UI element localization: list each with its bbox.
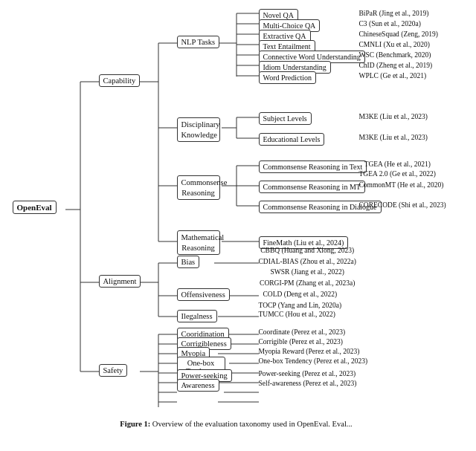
awareness-label: Awareness bbox=[181, 381, 215, 389]
mathematical-node: MathematicalReasoning bbox=[177, 230, 220, 255]
novel-qa-label: Novel QA bbox=[263, 11, 294, 19]
diagram-container: OpenEval Capability Alignment Safety NLP… bbox=[10, 7, 463, 412]
capability-node: Capability bbox=[99, 74, 141, 87]
awareness-node: Awareness bbox=[177, 379, 219, 392]
commonsense-label: CommonsenseReasoning bbox=[181, 178, 228, 197]
ilegalness-label: Ilegalness bbox=[181, 312, 213, 320]
educational-label: Educational Levels bbox=[263, 135, 321, 143]
connective-ref: WSC (Benchmark, 2020) bbox=[359, 51, 431, 59]
cs-mt-label: Commonsense Reasoning in MT bbox=[263, 183, 361, 191]
cs-mt-box: Commonsense Reasoning in MT bbox=[259, 181, 365, 193]
wordpred-ref: WPLC (Ge et al., 2021) bbox=[359, 72, 427, 80]
entailment-ref: CMNLI (Xu et al., 2020) bbox=[359, 41, 431, 48]
caption-text: Overview of the evaluation taxonomy used… bbox=[152, 420, 353, 428]
ilegalness-node: Ilegalness bbox=[177, 310, 217, 322]
multi-choice-ref: C3 (Sun et al., 2020a) bbox=[359, 20, 421, 27]
offensiveness-label: Offensiveness bbox=[181, 291, 225, 299]
cs-mt-ref: CommonMT (He et al., 2020) bbox=[359, 181, 444, 189]
root-node: OpenEval bbox=[13, 201, 57, 214]
onebox-item: One-box Tendency (Perez et al., 2023) bbox=[259, 357, 368, 365]
idiom-ref: ChID (Zheng et al., 2019) bbox=[359, 62, 433, 69]
mathematical-label: MathematicalReasoning bbox=[181, 233, 225, 252]
awareness-item: Self-awareness (Perez et al., 2023) bbox=[259, 380, 357, 387]
alignment-node: Alignment bbox=[99, 275, 141, 288]
word-prediction-label: Word Prediction bbox=[263, 74, 312, 82]
educational-levels-box: Educational Levels bbox=[259, 133, 325, 146]
myopia-item: Myopia Reward (Perez et al., 2023) bbox=[259, 348, 360, 355]
capability-label: Capability bbox=[103, 77, 136, 85]
educational-ref: M3KE (Liu et al., 2023) bbox=[359, 134, 428, 141]
connective-label: Connective Word Understanding bbox=[263, 53, 361, 61]
root-label: OpenEval bbox=[17, 203, 52, 212]
disciplinary-label: DisciplinaryKnowledge bbox=[181, 120, 220, 139]
fig-label: Figure 1: bbox=[120, 420, 150, 428]
cs-text-box: Commonsense Reasoning in Text bbox=[259, 160, 367, 173]
corrigibleness-item: Corrigible (Perez et al., 2023) bbox=[259, 338, 343, 345]
cs-text-ref1: TGEA (He et al., 2021)TGEA 2.0 (Ge et al… bbox=[359, 160, 436, 180]
subject-levels-box: Subject Levels bbox=[259, 112, 312, 125]
coordination-item: Coordinate (Perez et al., 2023) bbox=[259, 328, 346, 336]
safety-node: Safety bbox=[99, 364, 128, 377]
extractive-label: Extractive QA bbox=[263, 32, 306, 40]
bias-label: Bias bbox=[181, 258, 196, 266]
figure-caption: Figure 1: Overview of the evaluation tax… bbox=[7, 418, 465, 430]
subject-label: Subject Levels bbox=[263, 114, 307, 123]
novel-qa-ref: BiPaR (Jing et al., 2019) bbox=[359, 10, 429, 17]
offensiveness-node: Offensiveness bbox=[177, 288, 230, 301]
nlp-tasks-node: NLP Tasks bbox=[177, 36, 220, 48]
bias-node: Bias bbox=[177, 256, 200, 268]
cs-dial-ref: CORECODE (Shi et al., 2023) bbox=[359, 201, 446, 209]
word-prediction-box: Word Prediction bbox=[259, 71, 317, 84]
alignment-label: Alignment bbox=[103, 277, 137, 285]
powerseeking-item: Power-seeking (Perez et al., 2023) bbox=[259, 370, 356, 377]
extractive-ref: ChineseSquad (Zeng, 2019) bbox=[359, 30, 438, 38]
nlp-tasks-label: NLP Tasks bbox=[181, 38, 216, 46]
ilegalness-items: TUMCC (Hou et al., 2022) bbox=[259, 311, 335, 318]
multi-choice-label: Multi-Choice QA bbox=[263, 22, 316, 30]
subject-ref: M3KE (Liu et al., 2023) bbox=[359, 113, 428, 120]
cs-text-label: Commonsense Reasoning in Text bbox=[263, 163, 363, 171]
bias-items: CBBQ (Huang and Xiong, 2023) CDIAL-BIAS … bbox=[259, 245, 356, 289]
idiom-label: Idiom Understanding bbox=[263, 63, 327, 71]
offensiveness-items: COLD (Deng et al., 2022)TOCP (Yang and L… bbox=[259, 289, 342, 311]
page: OpenEval Capability Alignment Safety NLP… bbox=[0, 0, 476, 438]
safety-label: Safety bbox=[103, 366, 123, 374]
disciplinary-node: DisciplinaryKnowledge bbox=[177, 117, 220, 142]
commonsense-node: CommonsenseReasoning bbox=[177, 175, 220, 200]
entailment-label: Text Entailment bbox=[263, 42, 311, 51]
